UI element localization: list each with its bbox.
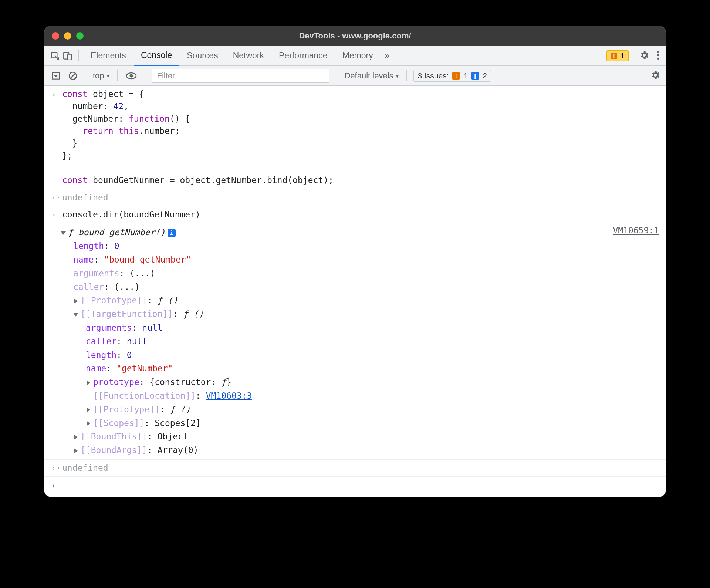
console-output: › const object = { number: 42, getNumber… [44,86,666,497]
tab-elements[interactable]: Elements [84,46,133,66]
console-prompt[interactable]: › [44,477,666,497]
svg-point-3 [657,50,659,52]
warning-count: 1 [620,51,625,60]
tab-console[interactable]: Console [134,46,179,66]
devtools-tabbar: Elements Console Sources Network Perform… [44,46,666,66]
warning-icon: ! [452,72,460,80]
minimize-window[interactable] [64,32,71,40]
titlebar: DevTools - www.google.com/ [44,26,666,46]
prop-prototype[interactable]: prototype: {constructor: ƒ} [86,375,659,389]
prop-prototype[interactable]: [[Prototype]]: ƒ () [73,294,659,307]
prompt-icon: › [51,210,56,219]
tab-sources[interactable]: Sources [180,46,224,66]
console-return-row: ‹· undefined [44,460,666,477]
inspect-icon[interactable] [50,51,61,61]
tab-more[interactable]: » [381,46,393,66]
svg-point-5 [657,57,659,59]
prop-boundthis[interactable]: [[BoundThis]]: Object [73,430,659,443]
source-link[interactable]: VM10659:1 [613,226,659,235]
return-icon: ‹· [51,463,61,473]
info-icon[interactable]: i [168,229,176,237]
device-toggle-icon[interactable] [62,51,73,61]
maximize-window[interactable] [76,32,84,40]
console-dir-output[interactable]: VM10659:1 ƒ bound getNumber()i length: 0… [44,223,666,460]
warning-icon: ! [611,53,617,59]
svg-line-8 [70,73,75,78]
close-window[interactable] [52,32,59,40]
console-settings-icon[interactable] [650,70,660,82]
warnings-pill[interactable]: ! 1 [606,50,629,61]
svg-point-10 [130,74,133,77]
console-return-row: ‹· undefined [44,189,666,206]
window-title: DevTools - www.google.com/ [44,31,666,41]
live-expression-icon[interactable] [124,72,138,80]
prop-boundargs[interactable]: [[BoundArgs]]: Array(0) [73,443,659,457]
prop-arguments: arguments: null [86,321,659,335]
toggle-sidebar-icon[interactable] [50,71,62,81]
settings-icon[interactable] [639,50,649,62]
prompt-icon: › [51,481,56,490]
prop-length: length: 0 [73,239,659,253]
tab-network[interactable]: Network [226,46,271,66]
return-icon: ‹· [51,193,61,202]
prompt-icon: › [51,89,56,99]
context-selector[interactable]: top ▼ [93,71,111,81]
console-input-row[interactable]: › const object = { number: 42, getNumber… [44,86,666,189]
info-icon: ❙ [471,72,479,80]
tab-performance[interactable]: Performance [272,46,334,66]
clear-console-icon[interactable] [67,71,79,81]
prop-functionlocation: [[FunctionLocation]]: VM10603:3 [86,389,659,403]
svg-point-4 [657,54,659,56]
window-controls [52,32,84,40]
issues-pill[interactable]: 3 Issues: ! 1 ❙ 2 [413,70,491,82]
prop-length: length: 0 [86,348,659,362]
prop-caller: caller: null [86,335,659,348]
prop-scopes[interactable]: [[Scopes]]: Scopes[2] [86,416,659,430]
devtools-window: DevTools - www.google.com/ Elements Cons… [44,26,666,497]
dir-header[interactable]: ƒ bound getNumber()i [61,226,659,239]
console-input-row[interactable]: › console.dir(boundGetNunmer) [44,206,666,223]
log-levels-selector[interactable]: Default levels ▼ [344,71,400,81]
prop-name: name: "getNumber" [86,362,659,375]
prop-name: name: "bound getNumber" [73,253,659,267]
tab-memory[interactable]: Memory [336,46,380,66]
svg-rect-2 [67,54,72,60]
more-menu-icon[interactable] [656,50,660,62]
prop-targetfunction[interactable]: [[TargetFunction]]: ƒ () [73,307,659,321]
prop-caller[interactable]: caller: (...) [73,280,659,294]
prop-prototype[interactable]: [[Prototype]]: ƒ () [86,403,659,416]
filter-input[interactable] [152,69,329,83]
console-toolbar: top ▼ Default levels ▼ 3 Issues: ! 1 ❙ 2 [44,66,666,86]
prop-arguments[interactable]: arguments: (...) [73,267,659,280]
